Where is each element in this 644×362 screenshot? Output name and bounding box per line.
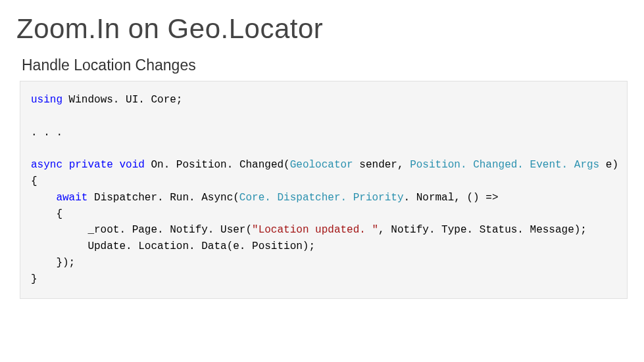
slide-content: Zoom.In on Geo.Locator Handle Location C… — [0, 0, 644, 312]
code-token: Windows. UI. Core; — [62, 94, 182, 106]
code-token: Core. Dispatcher. Priority — [239, 192, 404, 204]
code-token: }); — [31, 257, 75, 269]
code-token: Dispatcher. Run. Async( — [87, 192, 239, 204]
code-token: _root. Page. Notify. User( — [31, 224, 252, 236]
code-token: void — [119, 159, 144, 171]
code-token: private — [69, 159, 113, 171]
code-token: { — [31, 208, 62, 220]
code-token — [31, 192, 56, 204]
code-token: On. Position. Changed( — [145, 159, 290, 171]
code-token — [62, 159, 69, 171]
code-token: Geolocator — [290, 159, 353, 171]
code-token: "Location updated. " — [252, 224, 378, 236]
code-block: using Windows. UI. Core; . . . async pri… — [20, 81, 628, 299]
section-subtitle: Handle Location Changes — [16, 57, 631, 74]
code-token: } — [31, 273, 37, 285]
code-token: async — [31, 159, 62, 171]
code-token: using — [31, 94, 62, 106]
code-token — [113, 159, 120, 171]
code-token: e) — [599, 159, 618, 171]
code-token: . Normal, () => — [404, 192, 499, 204]
code-token: await — [56, 192, 87, 204]
code-token: . . . — [31, 127, 62, 139]
code-token: Update. Location. Data(e. Position); — [31, 240, 315, 252]
code-token: Position. Changed. Event. Args — [410, 159, 599, 171]
code-token: { — [31, 175, 37, 187]
code-token: sender, — [353, 159, 410, 171]
page-title: Zoom.In on Geo.Locator — [16, 13, 631, 45]
code-token: , Notify. Type. Status. Message); — [378, 224, 587, 236]
